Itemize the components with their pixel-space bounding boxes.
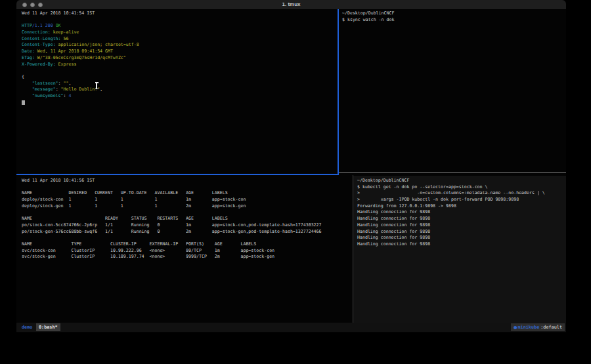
terminal-line: } (22, 100, 338, 106)
zoom-button[interactable] (38, 3, 43, 7)
terminal-line: { (22, 74, 338, 81)
terminal-line: svc/stock-gen ClusterIP 10.109.197.74 <n… (22, 254, 352, 260)
terminal-line (22, 235, 352, 241)
tmux-status-bar: demo 0:bash* minikube:default (16, 323, 566, 332)
terminal-line: Wed 11 Apr 2018 10:41:54 IST (22, 10, 338, 17)
terminal-line (22, 209, 352, 216)
terminal-line: Handling connection for 9898 (357, 222, 566, 229)
terminal-line: NAME TYPE CLUSTER-IP EXTERNAL-IP PORT(S)… (22, 241, 352, 248)
terminal-line: X-Powered-By: Express (22, 62, 338, 68)
traffic-lights (22, 3, 43, 7)
kubernetes-helm-icon (514, 326, 517, 329)
terminal-line: po/stock-gen-576cc688bb-swqf6 1/1 Runnin… (22, 229, 352, 235)
terminal-line: Connection: keep-alive (22, 30, 338, 36)
terminal-line: HTTP/1.1 200 OK (22, 23, 338, 30)
pane-divider-horizontal[interactable] (339, 172, 566, 172)
terminal-line: Content-Type: application/json; charset=… (22, 42, 338, 49)
terminal-line: deploy/stock-gen 1 1 1 1 2m app=stock-ge… (22, 203, 352, 210)
terminal-line: > xargs -IPOD kubectl -n dok port-forwar… (357, 197, 566, 203)
window-titlebar: 1. tmux (16, 0, 566, 9)
session-name: demo (22, 323, 32, 332)
terminal-line: Handling connection for 9898 (357, 209, 566, 216)
terminal-line: $ ksync watch -n dok (342, 17, 566, 24)
terminal-line: "lastseen": "", (22, 81, 338, 87)
terminal-line: > -o=custom-columns=:metadata.name --no-… (357, 190, 566, 197)
terminal-line: Content-Length: 56 (22, 36, 338, 43)
terminal-line: Wed 11 Apr 2018 10:41:56 IST (22, 178, 352, 184)
close-button[interactable] (22, 3, 27, 7)
pane-ksync-watch[interactable]: ~/Desktop/DublinCNCF$ ksync watch -n dok (339, 9, 566, 171)
pane-port-forward[interactable]: ~/Desktop/DublinCNCF$ kubectl get -n dok… (353, 176, 566, 323)
kube-context-indicator: minikube:default (511, 323, 565, 331)
kube-namespace: :default (540, 323, 562, 331)
pane-kubectl-get[interactable]: Wed 11 Apr 2018 10:41:56 IST NAME DESIRE… (16, 176, 352, 322)
terminal-line: $ kubectl get -n dok po --selector=app=s… (357, 184, 566, 191)
terminal-line (22, 17, 338, 24)
window-tab-bash[interactable]: 0:bash* (36, 323, 60, 331)
terminal-line: Handling connection for 9898 (357, 241, 566, 248)
terminal-line: NAME READY STATUS RESTARTS AGE LABELS (22, 216, 352, 222)
terminal-line: svc/stock-con ClusterIP 10.99.222.96 <no… (22, 248, 352, 254)
terminal-line: NAME DESIRED CURRENT UP-TO-DATE AVAILABL… (22, 190, 352, 197)
kube-context-name: minikube (518, 323, 540, 331)
terminal-line: Forwarding from 127.0.0.1:9898 -> 9898 (357, 203, 566, 210)
terminal-line: Handling connection for 9898 (357, 235, 566, 241)
terminal-line: Date: Wed, 11 Apr 2018 09:41:54 GMT (22, 49, 338, 55)
terminal-line: Handling connection for 9898 (357, 229, 566, 235)
terminal-line: ~/Desktop/DublinCNCF (357, 178, 566, 184)
terminal-line (22, 68, 338, 74)
mouse-cursor-ibeam (96, 83, 97, 89)
terminal-window: 1. tmux Wed 11 Apr 2018 10:41:54 IST HTT… (16, 0, 566, 333)
terminal-line: ~/Desktop/DublinCNCF (342, 10, 566, 17)
terminal-line: ETag: W/"38-05coCsrg3mQ75sHr1d/qcMTwYZc" (22, 55, 338, 62)
pane-divider-active-vertical[interactable] (338, 9, 339, 175)
terminal-line: deploy/stock-con 1 1 1 1 1m app=stock-co… (22, 197, 352, 203)
minimize-button[interactable] (30, 3, 35, 7)
pane-divider-vertical[interactable] (353, 175, 353, 323)
terminal-line: po/stock-con-5cc874766c-2p6rp 1/1 Runnin… (22, 222, 352, 229)
window-title: 1. tmux (16, 0, 566, 9)
terminal-line: "message": "Hello Dublin!", (22, 87, 338, 93)
terminal-line: Handling connection for 9898 (357, 216, 566, 222)
terminal-cursor (22, 100, 25, 105)
terminal-line: "numsymbols": 4 (22, 93, 338, 100)
pane-divider-active-horizontal[interactable] (16, 174, 339, 175)
terminal-line (22, 184, 352, 191)
pane-http-response[interactable]: Wed 11 Apr 2018 10:41:54 IST HTTP/1.1 20… (16, 9, 338, 172)
